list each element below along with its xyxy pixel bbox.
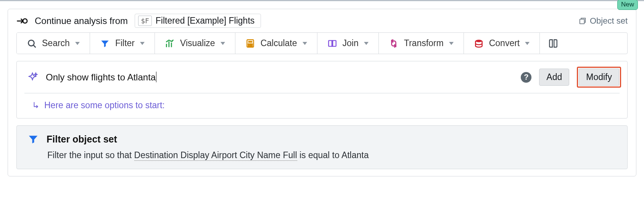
chevron-down-icon [140, 42, 145, 45]
prompt-block: Only show flights to Atlanta ? Add Modif… [16, 61, 628, 119]
chevron-down-icon [449, 42, 454, 45]
filter-icon [100, 38, 110, 48]
object-set-link[interactable]: Object set [578, 16, 628, 26]
ai-sparkle-icon [27, 72, 38, 83]
svg-point-7 [251, 43, 253, 45]
calculate-icon [245, 38, 255, 48]
chevron-down-icon [221, 42, 225, 45]
suggestion-desc-op: is equal to [297, 150, 341, 160]
search-icon [27, 38, 37, 48]
filter-label: Filter [115, 38, 135, 48]
svg-point-10 [251, 45, 253, 46]
transform-icon [389, 38, 399, 48]
add-button[interactable]: Add [539, 69, 569, 86]
chevron-down-icon [364, 42, 369, 45]
join-icon [327, 38, 337, 48]
source-chip[interactable]: $F Filtered [Example] Flights [135, 14, 261, 28]
search-label: Search [42, 38, 70, 48]
chevron-down-icon [75, 42, 80, 45]
svg-point-6 [250, 43, 251, 45]
reply-arrow-icon [32, 101, 40, 111]
visualize-icon [165, 38, 175, 48]
filter-icon [27, 133, 39, 145]
join-button[interactable]: Join [317, 33, 379, 54]
suggestion-card[interactable]: Filter object set Filter the input so th… [16, 125, 628, 169]
svg-point-14 [475, 40, 482, 42]
object-set-icon [578, 17, 587, 25]
suggestion-desc-prefix: Filter the input so that [47, 150, 134, 160]
transform-button[interactable]: Transform [379, 33, 464, 54]
convert-icon [474, 38, 484, 48]
suggestion-field[interactable]: Destination Display Airport City Name Fu… [134, 150, 297, 161]
suggestion-title: Filter object set [47, 134, 117, 145]
search-button[interactable]: Search [17, 33, 90, 54]
transform-label: Transform [404, 38, 444, 48]
docs-button[interactable] [540, 33, 567, 54]
svg-point-5 [248, 43, 249, 45]
modify-button[interactable]: Modify [579, 69, 619, 86]
help-icon[interactable]: ? [521, 72, 531, 83]
text-cursor [156, 72, 156, 82]
prompt-row: Only show flights to Atlanta ? Add Modif… [17, 61, 627, 93]
options-hint-row: Here are some options to start: [17, 93, 627, 118]
svg-rect-1 [580, 19, 584, 24]
prompt-input[interactable]: Only show flights to Atlanta [46, 72, 513, 83]
svg-rect-4 [248, 41, 252, 42]
object-set-text: Object set [590, 16, 628, 26]
top-divider: New [0, 0, 644, 1]
options-hint-text: Here are some options to start: [44, 100, 165, 111]
suggestion-value: Atlanta [341, 150, 369, 160]
svg-point-8 [248, 45, 249, 46]
convert-button[interactable]: Convert [464, 33, 540, 54]
new-badge: New [617, 0, 638, 10]
continue-arrow-icon [16, 15, 28, 27]
calculate-button[interactable]: Calculate [235, 33, 317, 54]
toolbar: Search Filter Visualize Calculate [16, 32, 628, 54]
card-header: Continue analysis from $F Filtered [Exam… [8, 9, 636, 32]
suggestion-header: Filter object set [27, 133, 617, 145]
svg-rect-13 [332, 40, 332, 46]
calculate-label: Calculate [261, 38, 297, 48]
suggestion-description: Filter the input so that Destination Dis… [47, 150, 617, 160]
visualize-button[interactable]: Visualize [155, 33, 235, 54]
svg-point-9 [250, 45, 251, 46]
analysis-card: Continue analysis from $F Filtered [Exam… [8, 9, 636, 176]
prompt-text: Only show flights to Atlanta [46, 72, 156, 82]
chip-prefix-icon: $F [138, 16, 152, 26]
filter-button[interactable]: Filter [90, 33, 155, 54]
chevron-down-icon [303, 42, 307, 45]
modify-highlight: Modify [577, 67, 621, 88]
book-icon [548, 38, 558, 48]
chevron-down-icon [525, 42, 530, 45]
join-label: Join [343, 38, 359, 48]
convert-label: Convert [489, 38, 520, 48]
visualize-label: Visualize [180, 38, 215, 48]
chip-label: Filtered [Example] Flights [156, 16, 254, 26]
continue-label: Continue analysis from [35, 16, 128, 26]
